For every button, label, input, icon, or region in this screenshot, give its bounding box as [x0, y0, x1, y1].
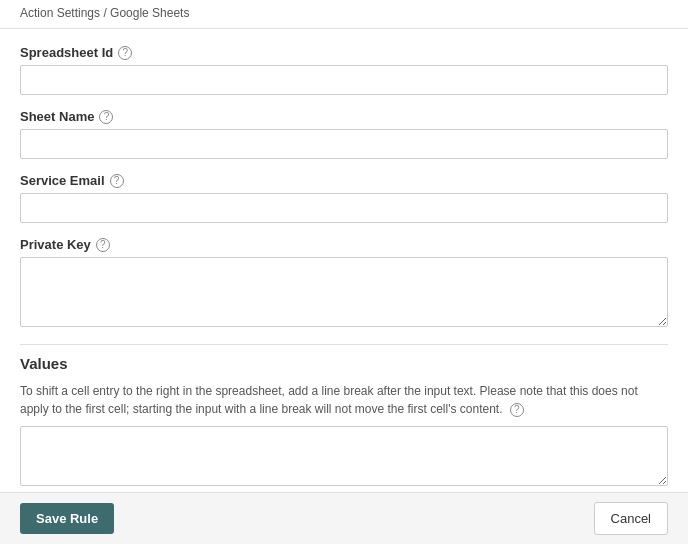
spreadsheet-id-group: Spreadsheet Id ? — [20, 45, 668, 95]
sheet-name-label: Sheet Name ? — [20, 109, 668, 124]
values-info-text: To shift a cell entry to the right in th… — [20, 382, 668, 418]
service-email-input[interactable] — [20, 193, 668, 223]
sheet-name-group: Sheet Name ? — [20, 109, 668, 159]
sheet-name-help-icon[interactable]: ? — [99, 110, 113, 124]
values-section-title: Values — [20, 355, 668, 372]
footer-bar: Save Rule Cancel — [0, 492, 688, 544]
main-content: Spreadsheet Id ? Sheet Name ? Service Em… — [0, 29, 688, 508]
service-email-label: Service Email ? — [20, 173, 668, 188]
sheet-name-input[interactable] — [20, 129, 668, 159]
section-divider — [20, 344, 668, 345]
spreadsheet-id-help-icon[interactable]: ? — [118, 46, 132, 60]
spreadsheet-id-input[interactable] — [20, 65, 668, 95]
breadcrumb: Action Settings / Google Sheets — [0, 0, 688, 29]
save-rule-button[interactable]: Save Rule — [20, 503, 114, 534]
breadcrumb-text: Action Settings / Google Sheets — [20, 6, 189, 20]
private-key-input[interactable] — [20, 257, 668, 327]
private-key-label: Private Key ? — [20, 237, 668, 252]
private-key-help-icon[interactable]: ? — [96, 238, 110, 252]
service-email-group: Service Email ? — [20, 173, 668, 223]
private-key-group: Private Key ? — [20, 237, 668, 330]
spreadsheet-id-label: Spreadsheet Id ? — [20, 45, 668, 60]
values-input[interactable] — [20, 426, 668, 486]
service-email-help-icon[interactable]: ? — [110, 174, 124, 188]
cancel-button[interactable]: Cancel — [594, 502, 668, 535]
values-section: Values To shift a cell entry to the righ… — [20, 355, 668, 508]
values-help-icon[interactable]: ? — [510, 403, 524, 417]
